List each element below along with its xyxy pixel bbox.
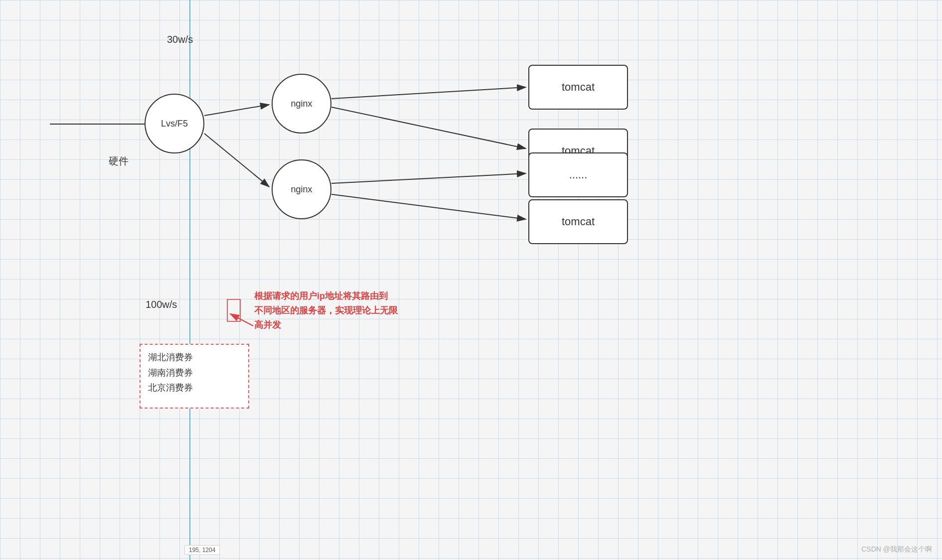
tomcat-box-3: tomcat bbox=[528, 199, 628, 244]
grid-background bbox=[0, 0, 942, 560]
arrows-diagram bbox=[0, 0, 942, 560]
csdn-watermark: CSDN @我那会这个啊 bbox=[861, 545, 932, 554]
svg-line-1 bbox=[204, 105, 269, 116]
red-annotation-box bbox=[227, 299, 241, 322]
vertical-divider bbox=[189, 0, 190, 560]
coupon-item-3: 北京消费券 bbox=[148, 380, 241, 396]
main-input-arrow bbox=[50, 124, 155, 125]
hardware-label: 硬件 bbox=[109, 154, 129, 168]
lvs-f5-node: Lvs/F5 bbox=[145, 94, 204, 153]
svg-line-3 bbox=[331, 87, 526, 99]
speed-label-top: 30w/s bbox=[167, 34, 193, 45]
coupon-item-2: 湖南消费券 bbox=[148, 365, 241, 381]
dots-box: ...... bbox=[528, 152, 628, 197]
coupon-list-box: 湖北消费券 湖南消费券 北京消费券 bbox=[140, 344, 249, 409]
svg-line-2 bbox=[204, 134, 269, 187]
nginx-top-node: nginx bbox=[272, 74, 331, 134]
tomcat-box-1: tomcat bbox=[528, 65, 628, 110]
coordinates-badge: 195, 1204 bbox=[184, 545, 220, 555]
nginx-bottom-node: nginx bbox=[272, 159, 331, 219]
coupon-item-1: 湖北消费券 bbox=[148, 350, 241, 365]
svg-line-4 bbox=[331, 107, 526, 148]
speed-label-bottom: 100w/s bbox=[146, 299, 177, 310]
svg-line-5 bbox=[331, 173, 526, 183]
annotation-text: 根据请求的用户ip地址将其路由到不同地区的服务器，实现理论上无限高并发 bbox=[254, 289, 464, 332]
svg-line-6 bbox=[331, 194, 526, 219]
